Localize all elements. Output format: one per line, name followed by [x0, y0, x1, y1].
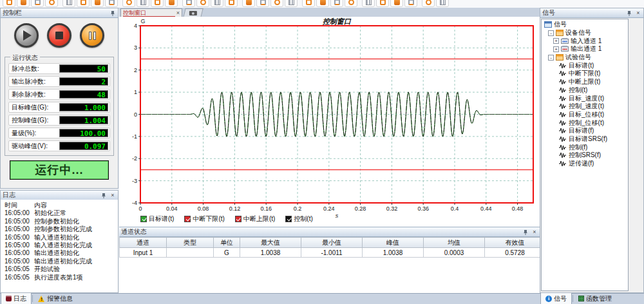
tree-expander-icon[interactable]: +: [553, 46, 559, 52]
toolbar-button-icon: [334, 0, 340, 5]
toolbar-button[interactable]: [77, 0, 90, 7]
tree-item-signal-root[interactable]: 信号: [543, 21, 628, 29]
toolbar-button[interactable]: [151, 0, 164, 7]
toolbar-button[interactable]: [137, 0, 149, 7]
log-row[interactable]: 16:05:00控制参数初始化: [5, 218, 118, 225]
toolbar-button[interactable]: [302, 0, 315, 7]
tab-control-window[interactable]: 控制窗口 ×: [120, 8, 182, 17]
toolbar-button[interactable]: [270, 0, 283, 7]
tree-item[interactable]: 控制(t): [543, 86, 628, 95]
tab-screenshot[interactable]: [183, 8, 203, 17]
toolbar-button[interactable]: [45, 0, 58, 7]
toolbar-button[interactable]: [362, 0, 375, 7]
pause-button[interactable]: [80, 23, 104, 48]
log-row[interactable]: 16:05:00控制参数初始化完成: [5, 225, 118, 233]
toolbar-button[interactable]: [225, 0, 238, 7]
tree-item[interactable]: 目标谱(t): [543, 61, 628, 70]
waveform-icon: [559, 111, 567, 118]
toolbar-button[interactable]: [376, 0, 389, 7]
tree-expander-icon[interactable]: +: [553, 38, 559, 44]
channel-col-header[interactable]: 最小值: [301, 238, 363, 248]
pin-icon[interactable]: [109, 10, 116, 16]
toolbar-button[interactable]: [404, 0, 417, 7]
close-icon[interactable]: ×: [109, 192, 116, 198]
tab-bottom_right_tabs-0[interactable]: 信号: [540, 293, 572, 304]
stop-button[interactable]: [47, 23, 71, 48]
tree-item[interactable]: 中断上限(t): [543, 78, 628, 86]
tree-item[interactable]: 目标谱SRS(f): [543, 135, 628, 144]
log-row[interactable]: 16:05:00输出通道初始化完成: [5, 258, 118, 265]
toolbar-button[interactable]: [390, 0, 403, 7]
toolbar-button[interactable]: [422, 0, 435, 7]
toolbar-button-icon: [109, 0, 115, 5]
tree-item[interactable]: -设备信号: [543, 29, 628, 37]
channel-col-header[interactable]: 峰值: [363, 238, 424, 248]
toolbar-button[interactable]: [345, 0, 357, 7]
tree-item[interactable]: 控制SRS(f): [543, 151, 628, 160]
tree-item[interactable]: 目标_速度(t): [543, 94, 628, 102]
pin-icon[interactable]: [626, 10, 632, 16]
tree-item[interactable]: +输入通道 1: [543, 37, 628, 45]
legend-checkbox[interactable]: [184, 216, 191, 222]
toolbar-button[interactable]: [256, 0, 269, 7]
toolbar-button[interactable]: [122, 0, 135, 7]
tree-item[interactable]: 目标_位移(t): [543, 111, 628, 119]
tree-item[interactable]: +输出通道 1: [543, 45, 628, 53]
signal-title: 信号: [542, 8, 555, 17]
toolbar-button[interactable]: [182, 0, 195, 7]
control-window-chart[interactable]: 00.040.080.120.160.20.240.280.320.360.40…: [119, 17, 540, 225]
channel-col-header[interactable]: 通道: [120, 238, 167, 248]
tree-item[interactable]: 目标谱(f): [543, 127, 628, 135]
close-icon[interactable]: ×: [635, 10, 641, 16]
legend-checkbox[interactable]: [140, 216, 147, 222]
toolbar-button[interactable]: [330, 0, 343, 7]
toolbar-button[interactable]: [316, 0, 329, 7]
tree-item[interactable]: 逆传递(f): [543, 160, 628, 168]
toolbar-button[interactable]: [196, 0, 209, 7]
log-row[interactable]: 16:05:05执行进度表第1项: [5, 274, 118, 281]
toolbar-button[interactable]: [211, 0, 223, 7]
channel-col-header[interactable]: 类型: [167, 238, 214, 248]
log-row[interactable]: 16:05:00输出通道初始化: [5, 249, 118, 257]
tree-expander-icon[interactable]: -: [548, 30, 554, 36]
toolbar-button[interactable]: [105, 0, 118, 7]
toolbar-button[interactable]: [165, 0, 178, 7]
toolbar-button[interactable]: [436, 0, 449, 7]
tree-item[interactable]: -试验信号: [543, 53, 628, 62]
log-row[interactable]: 16:05:00输入通道初始化: [5, 234, 118, 242]
legend-checkbox[interactable]: [235, 216, 242, 222]
table-row[interactable]: Input 1控制G1.0038-1.00111.00380.00030.572…: [120, 248, 545, 258]
x-tick-label: 0.16: [260, 205, 272, 212]
toolbar-button[interactable]: [91, 0, 104, 7]
log-text: 控制参数初始化: [34, 218, 79, 225]
log-row[interactable]: 16:05:00初始化正常: [5, 209, 118, 217]
tree-expander-icon[interactable]: -: [548, 55, 554, 61]
toolbar-button[interactable]: [285, 0, 298, 7]
toolbar-button[interactable]: [17, 0, 30, 7]
tab-close-icon[interactable]: ×: [176, 10, 180, 16]
toolbar-button[interactable]: [3, 0, 15, 7]
pin-icon[interactable]: [100, 192, 107, 198]
channel-col-header[interactable]: 均值: [424, 238, 485, 248]
toolbar-button[interactable]: [242, 0, 255, 7]
toolbar-button[interactable]: [62, 0, 75, 7]
tab-bottom_left_tabs-1[interactable]: !报警信息: [33, 293, 77, 304]
toolbar-button-icon: [21, 0, 26, 5]
tab-bottom_left_tabs-0[interactable]: 日志: [1, 293, 32, 304]
tab-bottom_right_tabs-1[interactable]: 函数管理: [574, 293, 616, 304]
channel-col-header[interactable]: 有效值: [485, 238, 545, 248]
channel-col-header[interactable]: 最大值: [240, 238, 301, 248]
close-icon[interactable]: ×: [531, 229, 538, 235]
tree-item[interactable]: 控制_速度(t): [543, 102, 628, 111]
toolbar-button[interactable]: [31, 0, 44, 7]
log-row[interactable]: 16:05:05开始试验: [5, 265, 118, 273]
tree-item[interactable]: 控制(f): [543, 143, 628, 151]
tree-item[interactable]: 控制_位移(t): [543, 119, 628, 127]
legend-checkbox[interactable]: [285, 216, 292, 222]
tree-item[interactable]: 中断下限(t): [543, 70, 628, 78]
tab-label: 信号: [554, 294, 567, 303]
log-row[interactable]: 16:05:00输入通道初始化完成: [5, 242, 118, 249]
play-button[interactable]: [14, 23, 39, 48]
channel-col-header[interactable]: 单位: [214, 238, 240, 248]
pin-icon[interactable]: [522, 229, 529, 235]
